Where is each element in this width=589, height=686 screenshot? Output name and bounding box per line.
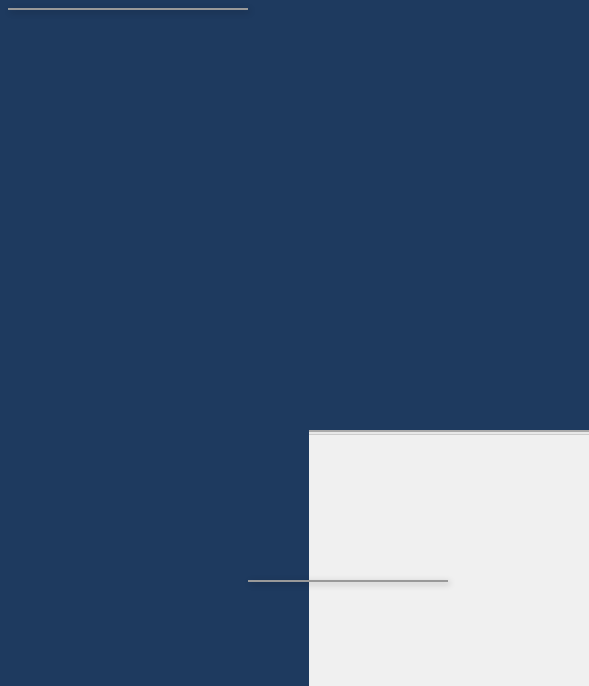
context-menu[interactable] <box>8 8 248 10</box>
bottom-panel <box>309 430 589 686</box>
bottom-content <box>309 435 589 447</box>
code-editor <box>309 0 589 430</box>
submenu[interactable] <box>248 580 448 582</box>
